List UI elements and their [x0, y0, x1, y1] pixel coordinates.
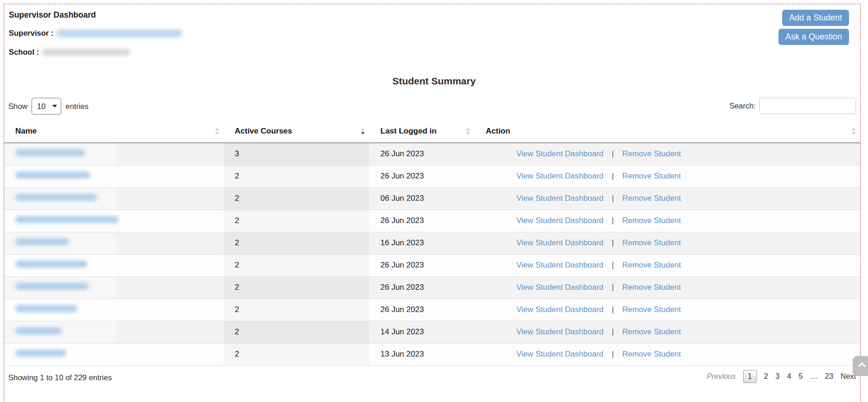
remove-student-link[interactable]: Remove Student	[622, 194, 681, 203]
table-header-row: Name Active Courses Last Logged in Actio…	[4, 120, 860, 143]
table-row: 326 Jun 2023View Student Dashboard|Remov…	[4, 143, 860, 165]
view-student-dashboard-link[interactable]: View Student Dashboard	[516, 305, 604, 314]
pagination-page-2[interactable]: 2	[764, 372, 768, 381]
table-row: 226 Jun 2023View Student Dashboard|Remov…	[4, 210, 860, 232]
page-size-select[interactable]: 10	[32, 98, 61, 115]
last-logged-in-cell: 26 Jun 2023	[369, 210, 475, 232]
add-student-button[interactable]: Add a Student	[782, 10, 849, 26]
table-row: 226 Jun 2023View Student Dashboard|Remov…	[4, 165, 860, 187]
search-label: Search:	[729, 102, 756, 110]
student-name-cell	[4, 187, 224, 210]
student-name-link-redacted[interactable]	[15, 261, 87, 268]
view-student-dashboard-link[interactable]: View Student Dashboard	[516, 194, 604, 203]
sort-icon	[215, 128, 219, 134]
student-name-link-redacted[interactable]	[15, 305, 77, 312]
show-label: Show	[8, 102, 27, 111]
action-cell: View Student Dashboard|Remove Student	[475, 321, 860, 343]
last-logged-in-cell: 26 Jun 2023	[369, 254, 475, 276]
search-control: Search:	[729, 98, 856, 114]
ask-question-button[interactable]: Ask a Question	[778, 29, 849, 45]
student-name-cell	[4, 254, 224, 276]
column-header-action[interactable]: Action	[475, 120, 860, 143]
last-logged-in-cell: 14 Jun 2023	[369, 321, 475, 343]
student-name-cell	[4, 143, 224, 165]
student-name-link-redacted[interactable]	[15, 283, 89, 290]
action-cell: View Student Dashboard|Remove Student	[475, 343, 860, 365]
table-row: 213 Jun 2023View Student Dashboard|Remov…	[4, 343, 860, 365]
active-courses-cell: 3	[224, 143, 369, 165]
pagination-page-5[interactable]: 5	[798, 372, 803, 381]
pagination-page-3[interactable]: 3	[776, 372, 780, 381]
student-name-cell	[4, 343, 224, 365]
school-line: School :	[9, 48, 131, 57]
remove-student-link[interactable]: Remove Student	[622, 238, 681, 247]
page-title: Supervisor Dashboard	[9, 10, 96, 20]
column-header-name[interactable]: Name	[4, 120, 224, 143]
student-name-link-redacted[interactable]	[15, 194, 97, 201]
supervisor-name-redacted	[56, 30, 182, 37]
table-row: 216 Jun 2023View Student Dashboard|Remov…	[4, 232, 860, 254]
remove-student-link[interactable]: Remove Student	[622, 261, 681, 269]
student-summary-heading: Student Summary	[0, 76, 868, 87]
action-cell: View Student Dashboard|Remove Student	[475, 210, 860, 232]
view-student-dashboard-link[interactable]: View Student Dashboard	[516, 216, 604, 225]
remove-student-link[interactable]: Remove Student	[622, 305, 681, 314]
student-name-link-redacted[interactable]	[15, 149, 85, 156]
action-cell: View Student Dashboard|Remove Student	[475, 143, 860, 165]
view-student-dashboard-link[interactable]: View Student Dashboard	[516, 327, 604, 336]
pagination-page-4[interactable]: 4	[787, 372, 791, 381]
column-header-active-courses[interactable]: Active Courses	[224, 120, 369, 143]
entries-label: entries	[65, 102, 89, 111]
student-name-link-redacted[interactable]	[15, 172, 90, 179]
last-logged-in-cell: 16 Jun 2023	[369, 232, 475, 254]
link-separator: |	[612, 261, 614, 269]
student-name-link-redacted[interactable]	[15, 238, 69, 245]
view-student-dashboard-link[interactable]: View Student Dashboard	[516, 283, 604, 292]
table-row: 226 Jun 2023View Student Dashboard|Remov…	[4, 299, 860, 321]
supervisor-line: Supervisor :	[9, 29, 182, 38]
student-name-link-redacted[interactable]	[15, 327, 62, 334]
student-name-cell	[4, 276, 224, 299]
scroll-to-top-button[interactable]	[853, 356, 868, 376]
link-separator: |	[612, 216, 614, 225]
active-courses-cell: 2	[224, 210, 369, 232]
student-name-link-redacted[interactable]	[15, 350, 66, 357]
remove-student-link[interactable]: Remove Student	[622, 283, 681, 292]
pagination: Previous 1 2 3 4 5 … 23 Next	[707, 370, 856, 383]
last-logged-in-cell: 26 Jun 2023	[369, 143, 475, 165]
search-input[interactable]	[759, 98, 856, 114]
student-name-link-redacted[interactable]	[15, 216, 118, 223]
view-student-dashboard-link[interactable]: View Student Dashboard	[516, 149, 604, 158]
page-length-control: Show 10 entries	[8, 98, 89, 115]
action-cell: View Student Dashboard|Remove Student	[475, 165, 860, 187]
sort-icon	[852, 128, 855, 134]
remove-student-link[interactable]: Remove Student	[622, 216, 681, 225]
link-separator: |	[612, 305, 614, 314]
last-logged-in-cell: 26 Jun 2023	[369, 165, 475, 187]
view-student-dashboard-link[interactable]: View Student Dashboard	[516, 261, 604, 269]
table-row: 206 Jun 2023View Student Dashboard|Remov…	[4, 187, 860, 210]
remove-student-link[interactable]: Remove Student	[622, 149, 681, 158]
active-courses-cell: 2	[224, 232, 369, 254]
header-actions: Add a Student Ask a Question	[778, 10, 849, 45]
chevron-up-icon	[858, 363, 866, 370]
action-cell: View Student Dashboard|Remove Student	[475, 254, 860, 276]
link-separator: |	[612, 238, 614, 247]
pagination-page-1[interactable]: 1	[743, 370, 757, 383]
view-student-dashboard-link[interactable]: View Student Dashboard	[516, 350, 604, 358]
view-student-dashboard-link[interactable]: View Student Dashboard	[516, 238, 604, 247]
remove-student-link[interactable]: Remove Student	[622, 172, 681, 180]
action-cell: View Student Dashboard|Remove Student	[475, 187, 860, 210]
remove-student-link[interactable]: Remove Student	[622, 327, 681, 336]
link-separator: |	[612, 149, 614, 158]
active-courses-cell: 2	[224, 165, 369, 187]
pagination-previous[interactable]: Previous	[707, 372, 736, 381]
supervisor-label: Supervisor :	[9, 29, 53, 38]
view-student-dashboard-link[interactable]: View Student Dashboard	[516, 172, 604, 180]
last-logged-in-cell: 13 Jun 2023	[369, 343, 475, 365]
table-row: 214 Jun 2023View Student Dashboard|Remov…	[4, 321, 860, 343]
sort-icon-descending	[361, 128, 365, 134]
pagination-page-23[interactable]: 23	[825, 372, 833, 381]
column-header-last-logged-in[interactable]: Last Logged in	[369, 120, 475, 143]
remove-student-link[interactable]: Remove Student	[622, 350, 681, 358]
